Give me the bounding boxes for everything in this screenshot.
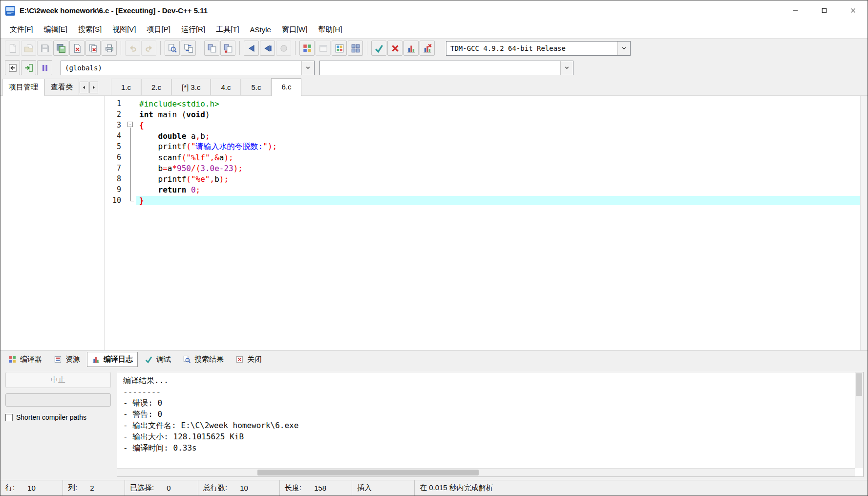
new-file-button[interactable] <box>5 41 20 56</box>
output-tab-search-results[interactable]: 搜索结果 <box>178 352 229 367</box>
project-options-button[interactable] <box>332 41 347 56</box>
line-number: 3 <box>105 121 126 129</box>
goto-definition-icon <box>24 63 34 73</box>
log-vertical-scrollbar[interactable] <box>855 372 863 468</box>
save-button[interactable] <box>37 41 52 56</box>
scrollbar-thumb[interactable] <box>856 373 862 396</box>
pause-program-button[interactable] <box>37 60 52 75</box>
run-button[interactable] <box>244 41 259 56</box>
window-layout-button[interactable] <box>348 41 363 56</box>
debug-button[interactable] <box>371 41 386 56</box>
abort-button[interactable] <box>387 41 402 56</box>
fold-margin <box>126 141 136 152</box>
code-line-5[interactable]: 5 printf("请输入水的夸脱数:"); <box>105 141 860 152</box>
menu-help[interactable]: 帮助[H] <box>313 22 347 37</box>
members-select-value <box>320 65 560 71</box>
code-line-9[interactable]: 9 return 0; <box>105 184 860 195</box>
output-tab-debug-tab[interactable]: 调试 <box>140 352 176 367</box>
menu-file[interactable]: 文件[F] <box>4 22 39 37</box>
maximize-button[interactable] <box>810 0 839 21</box>
shorten-paths-option[interactable]: Shorten compiler paths <box>5 413 111 421</box>
new-project-button[interactable] <box>299 41 315 56</box>
close-file-button[interactable] <box>69 41 85 56</box>
replace-icon <box>184 43 193 53</box>
tab-class-browser[interactable]: 查看类 <box>44 79 79 95</box>
menu-edit[interactable]: 编辑[E] <box>39 22 73 37</box>
editor-tab-3.c[interactable]: [*] 3.c <box>171 79 211 95</box>
code-line-2[interactable]: 2int main (void) <box>105 109 860 120</box>
code-line-3[interactable]: 3-{ <box>105 120 860 130</box>
code-line-10[interactable]: 10} <box>105 195 860 206</box>
fold-collapse-icon[interactable]: - <box>127 122 133 127</box>
tabs-scroll-right-button[interactable] <box>89 82 98 93</box>
output-tab-compile-log[interactable]: 编译日志 <box>87 352 138 367</box>
editor-scrollbar[interactable] <box>860 96 868 350</box>
code-line-7[interactable]: 7 b=a*950/(3.0e-23); <box>105 163 860 173</box>
code-line-6[interactable]: 6 scanf("%lf",&a); <box>105 152 860 163</box>
rebuild-icon <box>223 43 233 53</box>
print-icon <box>105 43 114 53</box>
menu-astyle[interactable]: AStyle <box>245 22 276 37</box>
goto-definition-button[interactable] <box>21 60 36 75</box>
globals-select[interactable]: (globals) <box>61 61 315 75</box>
print-button[interactable] <box>102 41 117 56</box>
close-project-button[interactable] <box>316 41 331 56</box>
compiler-select-arrow[interactable] <box>617 42 630 55</box>
editor-tab-4.c[interactable]: 4.c <box>211 79 241 95</box>
open-file-button[interactable] <box>21 41 36 56</box>
editor-tab-6.c[interactable]: 6.c <box>271 78 301 96</box>
save-all-button[interactable] <box>53 41 68 56</box>
compile-progress-bar <box>5 393 111 407</box>
minimize-button[interactable] <box>781 0 810 21</box>
compile-run-button[interactable] <box>260 41 275 56</box>
tab-project-manager[interactable]: 项目管理 <box>2 79 44 96</box>
compile-log: 编译结果...--------- 错误: 0- 警告: 0- 输出文件名: E:… <box>117 372 855 468</box>
output-tabs: 编译器资源编译日志调试搜索结果关闭 <box>0 350 868 368</box>
find-button[interactable] <box>165 41 180 56</box>
globals-select-arrow[interactable] <box>301 61 314 75</box>
abort-button[interactable]: 中止 <box>5 372 111 388</box>
menu-project[interactable]: 项目[P] <box>142 22 176 37</box>
profile-button[interactable] <box>403 41 419 56</box>
editor-tab-1.c[interactable]: 1.c <box>111 79 141 95</box>
members-select[interactable] <box>319 61 573 75</box>
jump-back-button[interactable] <box>5 60 20 75</box>
redo-button[interactable] <box>141 41 156 56</box>
replace-button[interactable] <box>181 41 196 56</box>
fold-margin[interactable]: - <box>126 120 136 130</box>
rebuild-button[interactable] <box>220 41 235 56</box>
menu-view[interactable]: 视图[V] <box>107 22 141 37</box>
pause-button[interactable] <box>276 41 291 56</box>
tabs-scroll-left-button[interactable] <box>80 82 88 93</box>
delete-profile-button[interactable] <box>420 41 435 56</box>
app-icon <box>5 6 15 16</box>
toolbar-nav <box>4 58 53 78</box>
editor-tab-2.c[interactable]: 2.c <box>141 79 171 95</box>
code-line-8[interactable]: 8 printf("%e",b); <box>105 173 860 184</box>
log-horizontal-scrollbar[interactable] <box>117 468 855 476</box>
compiler-select[interactable]: TDM-GCC 4.9.2 64-bit Release <box>446 41 631 56</box>
code-area[interactable]: 1#include<stdio.h>2int main (void)3-{4 d… <box>105 96 860 350</box>
close-button[interactable] <box>839 0 868 21</box>
fold-margin <box>126 195 136 206</box>
menu-tools[interactable]: 工具[T] <box>211 22 245 37</box>
code-line-1[interactable]: 1#include<stdio.h> <box>105 98 860 109</box>
fold-margin <box>126 152 136 163</box>
menu-search[interactable]: 搜索[S] <box>73 22 107 37</box>
undo-button[interactable] <box>125 41 140 56</box>
output-tab-resources[interactable]: 资源 <box>49 352 85 367</box>
compile-button[interactable] <box>204 41 219 56</box>
close-all-button[interactable] <box>85 41 101 56</box>
shorten-paths-checkbox[interactable] <box>5 414 13 421</box>
new-file-icon <box>8 43 18 53</box>
log-line: - 编译时间: 0.33s <box>123 442 849 453</box>
scrollbar-thumb[interactable] <box>257 470 479 475</box>
project-panel <box>0 96 105 350</box>
output-tab-compiler[interactable]: 编译器 <box>3 352 47 367</box>
menu-run[interactable]: 运行[R] <box>176 22 211 37</box>
code-line-4[interactable]: 4 double a,b; <box>105 130 860 141</box>
menu-window[interactable]: 窗口[W] <box>276 22 313 37</box>
output-tab-close-panel[interactable]: 关闭 <box>231 352 267 367</box>
members-select-arrow[interactable] <box>560 61 573 75</box>
editor-tab-5.c[interactable]: 5.c <box>241 79 271 95</box>
